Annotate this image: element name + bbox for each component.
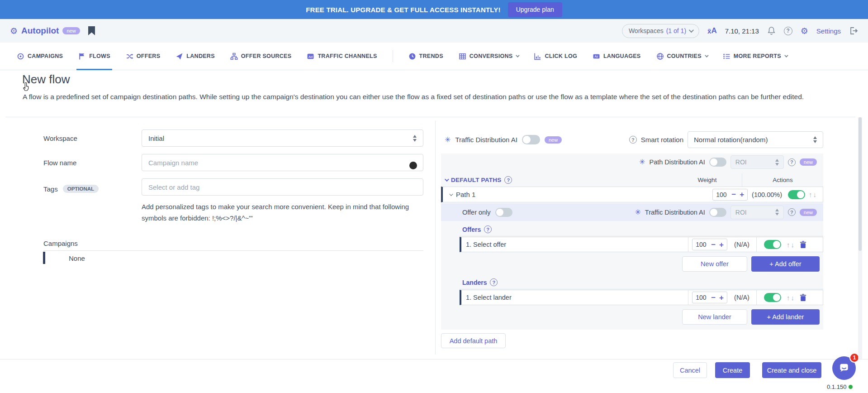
offer-reorder-arrows[interactable]: ↑↓ [787,241,794,249]
settings-gear-icon[interactable]: ⚙ [801,26,808,36]
select-spinner-icon [813,136,817,143]
smart-rotation-help-icon[interactable]: ? [629,136,637,144]
weight-decrease-button[interactable]: − [731,191,736,198]
main-nav: CAMPAIGNS FLOWS OFFERS LANDERS OFFER SOU… [0,43,868,70]
move-down-icon[interactable]: ↓ [813,191,817,198]
offer-select[interactable]: 1. Select offer [461,241,688,248]
workspace-select[interactable]: Initial [142,129,423,147]
add-lander-button[interactable]: + Add lander [751,309,820,325]
delete-lander-trash-icon[interactable] [800,294,806,302]
lander-weight-stepper: 100 − + [692,292,727,303]
new-lander-button[interactable]: New lander [682,309,747,325]
nav-countries[interactable]: COUNTRIES [656,43,707,70]
weight-increase-button[interactable]: + [719,294,724,302]
translate-icon[interactable]: x̄A [707,26,717,35]
chevron-down-icon [516,53,520,57]
weight-increase-button[interactable]: + [740,191,744,198]
svg-text:Az: Az [594,55,598,58]
chat-bubble-icon [838,362,850,374]
nav-languages[interactable]: Az LANGUAGES [593,43,641,70]
move-up-icon[interactable]: ↑ [787,294,790,302]
move-down-icon[interactable]: ↓ [791,241,795,249]
smart-rotation-select[interactable]: Normal rotation(random) [688,131,823,148]
ai-sparkle-icon: ✳ [635,209,640,216]
scrollbar-thumb[interactable] [859,117,862,251]
traffic-ai-help-icon[interactable]: ? [788,208,796,216]
create-and-close-button[interactable]: Create and close [762,362,821,378]
campaigns-value: None [69,254,85,262]
nav-click-log[interactable]: CLICK LOG [534,43,577,70]
nav-landers[interactable]: LANDERS [175,43,215,70]
lander-weight-value[interactable]: 100 [696,294,707,301]
lander-weight-percent: (N/A) [727,294,756,301]
tags-input[interactable] [142,178,423,196]
path-ai-metric-select[interactable]: ROI [730,155,784,169]
traffic-ai-label: Traffic Distribution AI [645,209,705,216]
offers-section-title: Offers ? [462,225,492,233]
conversions-grid-icon [459,53,466,60]
weight-decrease-button[interactable]: − [711,241,716,249]
nav-offer-sources[interactable]: OFFER SOURCES [230,43,292,70]
nav-trends[interactable]: TRENDS [408,43,443,70]
settings-link[interactable]: Settings [816,27,841,35]
nav-campaigns[interactable]: CAMPAIGNS [17,43,63,70]
lander-enabled-toggle[interactable] [764,293,781,302]
offers-help-icon[interactable]: ? [484,225,492,233]
help-icon[interactable]: ? [784,27,792,35]
logo[interactable]: ⚙ Autopilot new [10,26,80,36]
click-log-icon [534,53,541,60]
move-up-icon[interactable]: ↑ [809,191,812,198]
chevron-down-icon [784,53,788,57]
trial-banner-text: FREE TRIAL. UPGRADE & GET FULL ACCESS IN… [306,6,500,14]
path-weight-value[interactable]: 100 [716,191,728,198]
nav-divider [393,50,393,62]
path-enabled-toggle[interactable] [788,190,805,199]
nav-more-reports[interactable]: MORE REPORTS [723,43,787,70]
weight-increase-button[interactable]: + [719,241,724,249]
offer-only-toggle[interactable] [495,208,512,217]
lander-reorder-arrows[interactable]: ↑↓ [787,294,794,302]
create-button[interactable]: Create [715,362,750,378]
logout-icon[interactable] [849,27,858,35]
bookmark-icon[interactable] [88,26,95,35]
upgrade-plan-button[interactable]: Upgrade plan [508,2,562,17]
path-ai-help-icon[interactable]: ? [788,158,796,166]
path-distribution-row: ✳ Path Distribution AI ROI ? new [441,155,823,169]
add-default-path-button[interactable]: Add default path [441,333,506,348]
nav-offers[interactable]: OFFERS [126,43,161,70]
header-datetime: 7.10, 21:13 [725,27,759,35]
offer-enabled-toggle[interactable] [764,240,781,249]
add-offer-button[interactable]: + Add offer [751,256,820,272]
traffic-ai-toggle[interactable] [522,135,540,144]
workspaces-selector[interactable]: Workspaces (1 of 1) [622,24,699,38]
new-offer-button[interactable]: New offer [682,256,747,272]
path-reorder-arrows[interactable]: ↑↓ [809,191,816,198]
flow-name-input[interactable] [142,154,423,171]
move-up-icon[interactable]: ↑ [787,241,790,249]
move-down-icon[interactable]: ↓ [791,294,795,302]
nav-traffic-channels[interactable]: Ad TRAFFIC CHANNELS [307,43,377,70]
collapse-chevron-icon[interactable] [445,177,449,182]
workspaces-count: (1 of 1) [666,27,686,34]
cancel-button[interactable]: Cancel [673,362,707,378]
path-ai-toggle[interactable] [709,158,726,167]
weight-decrease-button[interactable]: − [711,294,716,302]
notifications-bell-icon[interactable] [767,26,776,35]
path-traffic-ai-toggle[interactable] [709,208,726,217]
campaigns-label: Campaigns [43,240,78,247]
tags-label: Tags [43,185,58,193]
delete-offer-trash-icon[interactable] [800,241,806,249]
path-name-cell[interactable]: Path 1 [443,191,712,198]
ai-sparkle-icon: ✳ [445,136,451,144]
lander-select[interactable]: 1. Select lander [461,294,688,301]
traffic-ai-new-badge: new [800,209,817,216]
nav-conversions[interactable]: CONVERSIONS [459,43,519,70]
offer-weight-value[interactable]: 100 [696,241,707,248]
default-paths-help-icon[interactable]: ? [504,176,512,184]
trial-banner: FREE TRIAL. UPGRADE & GET FULL ACCESS IN… [0,0,868,19]
path-traffic-ai-metric-select[interactable]: ROI [730,206,784,219]
nav-flows[interactable]: FLOWS [78,43,110,70]
app-root: FREE TRIAL. UPGRADE & GET FULL ACCESS IN… [0,0,868,393]
traffic-distribution-row: ✳ Traffic Distribution AI new ? Smart ro… [445,131,823,148]
landers-help-icon[interactable]: ? [490,278,498,286]
